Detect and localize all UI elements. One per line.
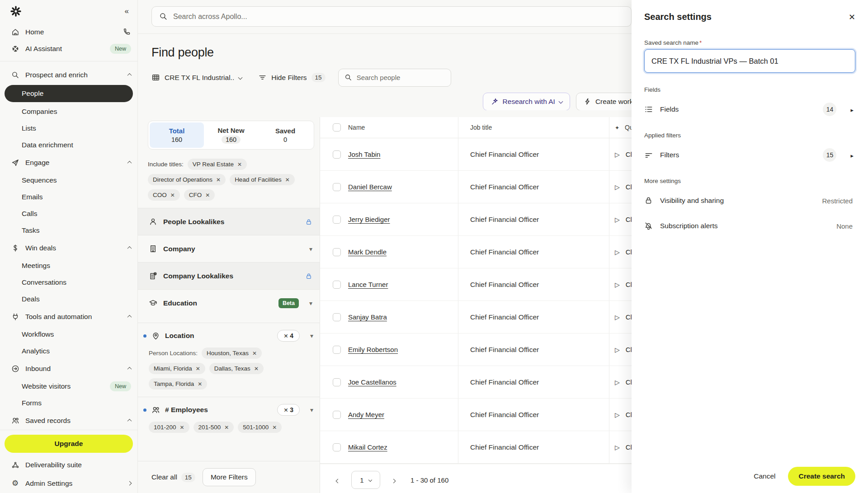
saved-search-selector[interactable]: CRE TX FL Industrial.. [148, 69, 245, 87]
apollo-logo-icon[interactable] [10, 5, 22, 17]
create-search-button[interactable]: Create search [788, 467, 855, 486]
global-search-field[interactable] [151, 6, 632, 27]
location-chip[interactable]: Tampa, Florida [149, 378, 207, 390]
person-name-link[interactable]: Lance Turner [348, 281, 388, 288]
row-action[interactable]: Cl [609, 268, 632, 300]
subscription-alerts-row[interactable]: Subscription alerts None [644, 217, 855, 235]
person-name-link[interactable]: Josh Tabin [348, 150, 380, 158]
sidebar-group-win-deals[interactable]: Win deals [0, 239, 137, 257]
dialer-phone-icon[interactable] [123, 28, 131, 36]
person-name-link[interactable]: Emily Robertson [348, 346, 398, 353]
select-all-checkbox[interactable] [333, 123, 341, 131]
visibility-and-sharing-row[interactable]: Visibility and sharing Restricted [644, 192, 855, 210]
title-chip[interactable]: VP Real Estate [188, 159, 247, 170]
row-action[interactable]: Cl [609, 171, 632, 203]
filter-section-education[interactable]: Education Beta [138, 289, 320, 316]
global-search-input[interactable] [173, 13, 624, 21]
person-name-link[interactable]: Sanjay Batra [348, 313, 387, 321]
filter-section-company[interactable]: Company [138, 235, 320, 262]
employees-clear-count-pill[interactable]: 3 [277, 404, 300, 416]
row-action[interactable]: Cl [609, 138, 632, 170]
employees-filter-header[interactable]: # Employees 3 [143, 404, 313, 416]
saved-search-name-input[interactable] [644, 49, 855, 73]
location-chip[interactable]: Miami, Florida [149, 363, 205, 374]
collapse-sidebar-button[interactable]: « [125, 7, 128, 16]
sidebar-item-forms[interactable]: Forms [0, 394, 137, 411]
title-chip[interactable]: Director of Operations [148, 174, 226, 185]
row-checkbox[interactable] [333, 411, 341, 419]
clear-all-button[interactable]: Clear all 15 [151, 473, 195, 482]
row-action[interactable]: Cl [609, 431, 632, 463]
sidebar-item-lists[interactable]: Lists [0, 120, 137, 136]
sidebar-group-engage[interactable]: Engage [0, 153, 137, 172]
row-checkbox[interactable] [333, 248, 341, 256]
sidebar-item-ai-assistant[interactable]: AI Assistant New [0, 40, 137, 57]
tab-net-new[interactable]: Net New 160 [204, 122, 258, 148]
search-people-field[interactable] [338, 69, 451, 87]
filters-row[interactable]: Filters 15 [644, 146, 855, 164]
row-checkbox[interactable] [333, 183, 341, 191]
hide-filters-button[interactable]: Hide Filters 15 [255, 69, 329, 87]
row-action[interactable]: Cl [609, 399, 632, 431]
create-workflow-button[interactable]: Create workflow [576, 93, 632, 111]
row-checkbox[interactable] [333, 313, 341, 321]
sidebar-group-inbound[interactable]: Inbound [0, 359, 137, 378]
search-people-input[interactable] [357, 74, 445, 81]
employees-chip[interactable]: 101-200 [149, 422, 189, 433]
previous-page-button[interactable] [334, 474, 342, 487]
title-chip[interactable]: CFO [184, 189, 215, 201]
sidebar-item-sequences[interactable]: Sequences [0, 172, 137, 188]
page-number-select[interactable]: 1 [351, 471, 380, 489]
row-action[interactable]: Cl [609, 333, 632, 366]
person-name-link[interactable]: Joe Castellanos [348, 378, 396, 386]
sidebar-item-conversations[interactable]: Conversations [0, 274, 137, 291]
row-checkbox[interactable] [333, 443, 341, 451]
sidebar-item-tasks[interactable]: Tasks [0, 222, 137, 239]
tab-total[interactable]: Total 160 [150, 122, 204, 148]
sidebar-item-calls[interactable]: Calls [0, 205, 137, 222]
cancel-button[interactable]: Cancel [754, 472, 775, 480]
upgrade-button[interactable]: Upgrade [5, 435, 133, 453]
location-filter-header[interactable]: Location 4 [143, 330, 313, 342]
sidebar-item-deals[interactable]: Deals [0, 291, 137, 307]
filter-section-people-lookalikes[interactable]: People Lookalikes [138, 208, 320, 235]
sidebar-item-people[interactable]: People [5, 85, 133, 102]
location-chip[interactable]: Houston, Texas [202, 347, 262, 359]
row-checkbox[interactable] [333, 378, 341, 386]
employees-chip[interactable]: 201-500 [193, 422, 234, 433]
row-checkbox[interactable] [333, 150, 341, 159]
sidebar-group-saved-records[interactable]: Saved records [0, 411, 137, 430]
sidebar-item-admin-settings[interactable]: ⚙ Admin Settings [0, 474, 137, 493]
sidebar-item-home[interactable]: Home [0, 23, 137, 40]
row-action[interactable]: Cl [609, 236, 632, 268]
tab-saved[interactable]: Saved 0 [258, 122, 312, 148]
sidebar-item-workflows[interactable]: Workflows [0, 326, 137, 343]
fields-row[interactable]: Fields 14 [644, 100, 855, 118]
employees-chip[interactable]: 501-1000 [238, 422, 282, 433]
person-name-link[interactable]: Mikail Cortez [348, 443, 387, 451]
next-page-button[interactable] [389, 474, 398, 487]
title-chip[interactable]: COO [148, 189, 180, 201]
sidebar-item-companies[interactable]: Companies [0, 103, 137, 120]
row-checkbox[interactable] [333, 216, 341, 224]
row-checkbox[interactable] [333, 281, 341, 289]
person-name-link[interactable]: Andy Meyer [348, 411, 384, 418]
sidebar-item-website-visitors[interactable]: Website visitors New [0, 378, 137, 394]
location-clear-count-pill[interactable]: 4 [277, 330, 300, 342]
row-action[interactable]: Cl [609, 301, 632, 333]
row-action[interactable]: Cl [609, 203, 632, 235]
sidebar-group-tools-and-automation[interactable]: Tools and automation [0, 307, 137, 326]
person-name-link[interactable]: Mark Dendle [348, 248, 387, 256]
location-chip[interactable]: Dallas, Texas [209, 363, 264, 374]
row-checkbox[interactable] [333, 346, 341, 354]
research-with-ai-button[interactable]: Research with AI [483, 93, 570, 111]
close-icon[interactable]: ✕ [849, 12, 855, 22]
sidebar-item-deliverability-suite[interactable]: Deliverability suite [0, 455, 137, 474]
sidebar-item-meetings[interactable]: Meetings [0, 257, 137, 274]
more-filters-button[interactable]: More Filters [203, 468, 256, 486]
person-name-link[interactable]: Jerry Biediger [348, 216, 390, 223]
title-chip[interactable]: Head of Facilities [230, 174, 295, 185]
row-action[interactable]: Cl [609, 366, 632, 398]
sidebar-item-analytics[interactable]: Analytics [0, 343, 137, 359]
filter-section-company-lookalikes[interactable]: Company Lookalikes [138, 262, 320, 289]
